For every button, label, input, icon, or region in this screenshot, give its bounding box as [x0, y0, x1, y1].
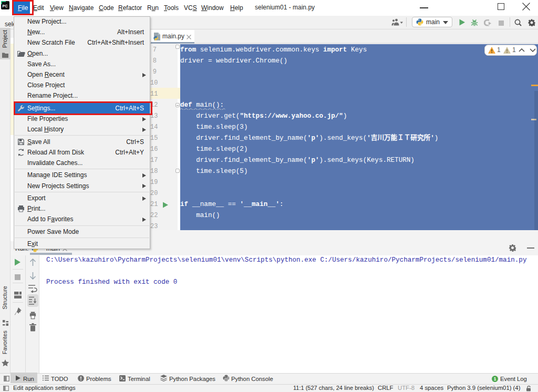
svg-text:PC: PC [3, 4, 8, 8]
